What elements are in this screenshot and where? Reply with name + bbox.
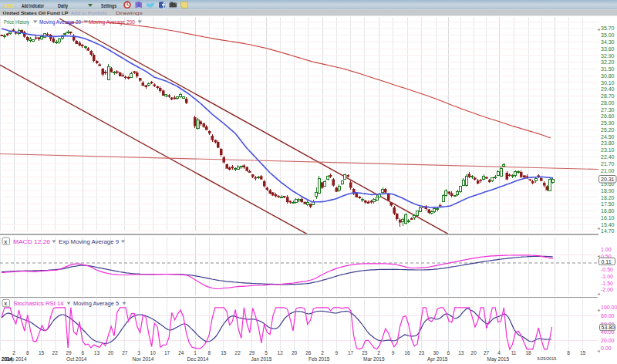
svg-text:Add Indicator: Add Indicator	[22, 2, 44, 9]
svg-text:12: 12	[278, 350, 284, 356]
svg-text:0.00: 0.00	[601, 345, 612, 351]
svg-text:30: 30	[433, 350, 439, 356]
svg-text:May 2015: May 2015	[487, 356, 510, 362]
svg-text:8: 8	[567, 350, 570, 356]
svg-text:10: 10	[150, 350, 157, 356]
svg-text:20.31: 20.31	[601, 177, 615, 182]
svg-text:25.20: 25.20	[601, 127, 615, 133]
svg-text:32.20: 32.20	[601, 59, 615, 65]
svg-text:Mar 2015: Mar 2015	[363, 356, 385, 362]
svg-text:28.70: 28.70	[601, 93, 615, 99]
svg-text:26: 26	[305, 350, 312, 356]
svg-text:◄: ◄	[597, 27, 601, 32]
svg-text:Jan 2015: Jan 2015	[251, 356, 272, 362]
svg-text:15: 15	[580, 350, 586, 356]
svg-text:3: 3	[137, 350, 140, 356]
svg-text:27.30: 27.30	[601, 107, 615, 113]
svg-text:4: 4	[497, 350, 501, 356]
svg-text:◄: ◄	[597, 349, 601, 353]
svg-text:Feb 2015: Feb 2015	[308, 356, 330, 362]
svg-text:80.00: 80.00	[601, 313, 615, 318]
svg-text:x: x	[4, 239, 7, 244]
svg-text:2: 2	[12, 350, 15, 356]
svg-text:11: 11	[511, 350, 517, 356]
svg-text:18: 18	[525, 350, 531, 356]
svg-text:Nov 2014: Nov 2014	[132, 356, 153, 362]
svg-text:27: 27	[484, 350, 490, 356]
svg-text:100.00: 100.00	[601, 305, 617, 310]
svg-text:15: 15	[221, 350, 227, 356]
svg-text:Dec 2014: Dec 2014	[187, 356, 209, 362]
svg-text:35.70: 35.70	[601, 25, 615, 31]
svg-text:31.50: 31.50	[601, 66, 615, 72]
svg-text:-1.00: -1.00	[601, 274, 613, 279]
svg-text:1.00: 1.00	[601, 247, 612, 252]
svg-text:5/29/2015: 5/29/2015	[538, 356, 557, 361]
svg-text:-0.50: -0.50	[601, 267, 613, 272]
svg-text:30.10: 30.10	[601, 80, 615, 86]
svg-text:33.60: 33.60	[601, 46, 615, 52]
svg-text:20.00: 20.00	[601, 338, 615, 343]
svg-text:16.80: 16.80	[601, 208, 615, 214]
svg-text:Stochastics RSI 14: Stochastics RSI 14	[14, 300, 64, 307]
svg-text:USO: USO	[4, 2, 14, 9]
svg-text:20: 20	[108, 350, 114, 356]
svg-text:6: 6	[447, 350, 450, 356]
svg-text:15.40: 15.40	[601, 222, 615, 228]
svg-text:6: 6	[81, 350, 84, 356]
svg-text:13: 13	[94, 350, 100, 356]
svg-text:United States Oil Fund LP: United States Oil Fund LP	[3, 10, 69, 15]
svg-text:9: 9	[392, 350, 395, 356]
svg-text:20: 20	[292, 350, 298, 356]
svg-text:9: 9	[335, 350, 338, 356]
svg-text:16: 16	[404, 350, 410, 356]
svg-text:20: 20	[471, 350, 477, 356]
svg-text:Moving Average 20: Moving Average 20	[39, 19, 81, 25]
svg-text:Oct 2014: Oct 2014	[66, 356, 87, 362]
svg-text:8: 8	[208, 350, 211, 356]
svg-text:34.30: 34.30	[601, 39, 615, 45]
svg-text:◄: ◄	[597, 226, 601, 231]
svg-text:23.80: 23.80	[601, 140, 615, 146]
svg-text:◄: ◄	[597, 292, 601, 296]
svg-text:8: 8	[26, 350, 29, 356]
svg-text:17.50: 17.50	[601, 201, 615, 207]
svg-text:x: x	[4, 301, 7, 306]
svg-text:13: 13	[458, 350, 464, 356]
svg-text:18.90: 18.90	[601, 188, 615, 194]
svg-text:2014: 2014	[2, 356, 13, 362]
svg-text:2: 2	[377, 350, 380, 356]
svg-text:23: 23	[419, 350, 425, 356]
svg-text:Exp Moving Average 9: Exp Moving Average 9	[59, 238, 119, 245]
svg-text:Moving Average 200: Moving Average 200	[89, 19, 135, 25]
svg-text:29: 29	[66, 350, 72, 356]
svg-text:24.50: 24.50	[601, 134, 615, 140]
svg-text:35.00: 35.00	[601, 32, 615, 38]
svg-text:Drawings: Drawings	[116, 10, 143, 15]
svg-text:25.90: 25.90	[601, 120, 615, 126]
svg-text:-2.00: -2.00	[601, 287, 613, 292]
svg-text:18.20: 18.20	[601, 195, 615, 201]
svg-text:14.70: 14.70	[601, 228, 615, 234]
svg-text:◄: ◄	[597, 254, 601, 258]
svg-text:Add to Portfolio: Add to Portfolio	[71, 10, 108, 15]
svg-text:17: 17	[164, 350, 170, 356]
svg-text:27: 27	[122, 350, 128, 356]
svg-text:28.00: 28.00	[601, 100, 615, 106]
svg-text:Moving Average 5: Moving Average 5	[73, 300, 119, 307]
svg-text:22: 22	[52, 350, 59, 356]
svg-text:Apr 2015: Apr 2015	[427, 356, 448, 362]
svg-text:30.80: 30.80	[601, 73, 615, 79]
svg-text:0.11: 0.11	[602, 259, 612, 265]
svg-text:24: 24	[178, 350, 184, 356]
svg-text:21.00: 21.00	[601, 168, 615, 174]
svg-text:22: 22	[235, 350, 241, 356]
svg-text:17: 17	[348, 350, 354, 356]
svg-text:29: 29	[249, 350, 255, 356]
svg-text:15: 15	[39, 350, 45, 356]
svg-text:5: 5	[265, 350, 268, 356]
svg-text:16.10: 16.10	[601, 215, 615, 221]
svg-text:23.10: 23.10	[601, 147, 615, 153]
svg-text:◄: ◄	[597, 308, 601, 312]
svg-text:MACD 12.26: MACD 12.26	[13, 238, 50, 245]
